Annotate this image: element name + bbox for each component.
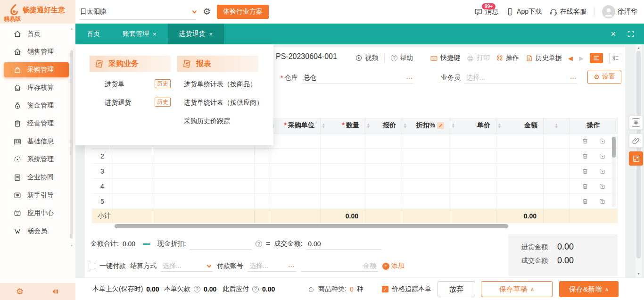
sidebar-item-inventory[interactable]: 库存核算 <box>4 80 69 95</box>
app-download-button[interactable]: App下载 <box>506 8 542 16</box>
app-logo[interactable]: 畅捷通好生意 精易版 <box>0 0 75 24</box>
menu-item-purchase-return[interactable]: 进货退货 <box>105 99 131 107</box>
sort-icon[interactable]: ▴▾ <box>322 123 325 128</box>
price-track-toggle[interactable]: ✓ 价格追踪本单 <box>382 278 431 300</box>
menu-item-price-history[interactable]: 采购历史价跟踪 <box>184 117 230 125</box>
list-view-toggle[interactable] <box>590 53 603 63</box>
sort-icon[interactable]: ▴▾ <box>367 123 370 128</box>
delete-row-icon[interactable] <box>581 198 589 205</box>
scrollbar-thumb[interactable] <box>70 50 73 239</box>
cash-discount-input[interactable] <box>190 238 252 250</box>
menu-item-purchase-order[interactable]: 进货单 <box>105 80 124 89</box>
copy-row-icon[interactable] <box>598 183 606 190</box>
history-badge[interactable]: 历史 <box>155 98 171 107</box>
sidebar-item-collaboration[interactable]: 企业协同 <box>4 170 69 185</box>
picker-ellipsis-icon[interactable]: ⋯ <box>406 74 413 82</box>
copy-row-icon[interactable] <box>598 167 606 175</box>
tab-account-books[interactable]: 账套管理× <box>111 24 168 44</box>
sidebar-item-operations[interactable]: 经营管理 <box>4 116 69 131</box>
sidebar-item-purchase[interactable]: 采购管理 <box>4 62 69 77</box>
actions-button[interactable]: 操作 <box>496 54 519 62</box>
salesman-input[interactable]: 选择... ⋯ <box>464 72 578 84</box>
scroll-down-icon[interactable]: ▾ <box>69 243 74 248</box>
onekey-pay-checkbox[interactable] <box>89 263 95 269</box>
save-draft-button[interactable]: 保存草稿∧ <box>481 281 553 297</box>
next-doc-icon[interactable]: ▶ <box>579 55 584 62</box>
scroll-down-icon[interactable]: ▾ <box>636 272 642 276</box>
discard-button[interactable]: 放弃 <box>438 281 475 297</box>
sort-icon[interactable]: ▴▾ <box>452 123 454 128</box>
pay-account-select[interactable]: 选择...⋯ <box>248 260 297 272</box>
subtotal-amount: 0.00 <box>496 209 544 223</box>
settings-gear-icon[interactable]: ⚙ <box>16 286 24 297</box>
settings-button[interactable]: ⚙ 设置 <box>587 70 621 84</box>
close-icon[interactable]: × <box>153 31 157 38</box>
tab-home[interactable]: 首页 <box>75 24 111 44</box>
collapse-sidebar-icon[interactable] <box>51 288 59 295</box>
chevron-down-icon <box>192 9 197 14</box>
history-docs-button[interactable]: 历史单据 <box>525 54 562 62</box>
scrollbar-thumb[interactable] <box>115 224 508 228</box>
scroll-up-icon[interactable]: ▴ <box>636 46 642 50</box>
sort-icon[interactable]: ▴▾ <box>498 123 501 128</box>
picker-ellipsis-icon[interactable]: ⋯ <box>570 74 577 82</box>
hotkeys-button[interactable]: 快捷键 <box>430 54 460 62</box>
delete-row-icon[interactable] <box>581 152 589 160</box>
draft-box-button[interactable]: 草 <box>629 116 643 130</box>
totals-row: 金额合计: 0.00 现金折扣: ? = 成交金额: 0.00 <box>91 238 381 250</box>
print-button[interactable]: 打印 <box>466 54 490 62</box>
price-track-checkbox[interactable]: ✓ <box>382 286 388 292</box>
sidebar-item-app-center[interactable]: 应用中心 <box>4 206 69 221</box>
video-help-button[interactable]: 视频 <box>355 54 378 62</box>
save-and-new-button[interactable]: 保存&新增∧ <box>559 281 619 297</box>
attachment-button[interactable] <box>629 133 643 148</box>
add-payment-button[interactable]: + 添加 <box>382 262 405 270</box>
horizontal-scrollbar[interactable] <box>92 224 618 228</box>
close-icon[interactable]: × <box>209 31 213 38</box>
expand-panel-button[interactable] <box>629 151 643 166</box>
pay-amount-input[interactable]: 金额 <box>301 260 378 272</box>
sort-icon[interactable]: ▴▾ <box>404 123 406 128</box>
edit-discount-icon[interactable] <box>437 122 444 129</box>
menu-item-stats-by-product[interactable]: 进货单统计表（按商品） <box>184 80 256 89</box>
tab-purchase-return[interactable]: 进货退货× <box>168 24 224 44</box>
question-icon[interactable]: ? <box>256 241 262 247</box>
sidebar-item-guide[interactable]: 新手引导 <box>4 188 69 203</box>
question-icon[interactable]: ? <box>194 286 200 292</box>
form-view-toggle[interactable] <box>609 53 622 63</box>
sidebar-item-sales[interactable]: 销售管理 <box>4 44 69 59</box>
settle-method-select[interactable]: 选择... <box>161 260 213 272</box>
logo-edition-badge: 精易版 <box>4 15 21 23</box>
picker-ellipsis-icon[interactable]: ⋯ <box>288 262 295 270</box>
copy-row-icon[interactable] <box>598 198 606 205</box>
prev-doc-icon[interactable]: ◀ <box>568 55 573 62</box>
question-icon[interactable]: ? <box>252 286 259 292</box>
menu-item-stats-by-supplier[interactable]: 进货单统计表（按供应商） <box>184 99 263 107</box>
help-button[interactable]: ? 帮助 <box>391 54 413 62</box>
account-selector[interactable]: 日太阳膜 <box>80 4 196 20</box>
history-badge[interactable]: 历史 <box>155 79 171 88</box>
sidebar-scrollbar[interactable]: ▴ ▾ <box>69 25 74 280</box>
sidebar-item-home[interactable]: 首页 <box>4 26 69 42</box>
sort-icon[interactable]: ▴▾ <box>555 123 558 128</box>
account-gear-icon[interactable]: ⚙ <box>203 6 211 17</box>
user-menu[interactable]: 徐泽华 <box>602 5 637 18</box>
close-all-tabs-icon[interactable]: × <box>611 29 616 39</box>
delete-row-icon[interactable] <box>581 183 589 190</box>
delete-row-icon[interactable] <box>581 167 589 175</box>
sidebar-item-funds[interactable]: 资金管理 <box>4 98 69 113</box>
warehouse-input[interactable]: 总仓 ⋯ <box>301 72 413 84</box>
delete-row-icon[interactable] <box>581 137 589 145</box>
online-support-button[interactable]: 在线客服 <box>549 8 586 16</box>
sidebar-item-basic-info[interactable]: 基础信息 <box>4 134 69 149</box>
copy-row-icon[interactable] <box>598 152 606 160</box>
fullscreen-icon[interactable] <box>627 30 635 38</box>
table-vertical-scrollbar[interactable] <box>612 135 616 207</box>
scrollbar-thumb[interactable] <box>612 137 616 158</box>
sidebar-item-system[interactable]: 系统管理 <box>4 152 69 167</box>
messages-button[interactable]: 消息 99+ <box>474 8 498 16</box>
trial-plan-button[interactable]: 体验行业方案 <box>217 5 269 19</box>
sidebar-item-membership[interactable]: 畅会员 <box>4 224 69 239</box>
copy-row-icon[interactable] <box>598 137 606 145</box>
scroll-up-icon[interactable]: ▴ <box>69 26 74 31</box>
